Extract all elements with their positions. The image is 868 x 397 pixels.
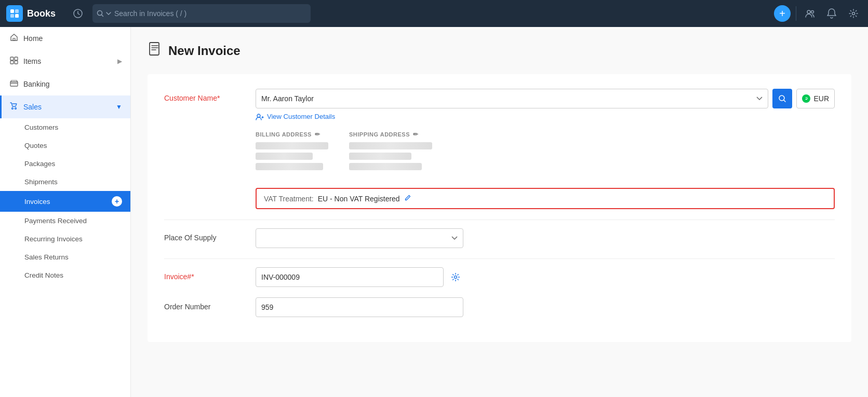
credit-notes-label: Credit Notes <box>24 271 63 279</box>
currency-label: EUR <box>813 94 829 103</box>
svg-rect-9 <box>13 38 15 40</box>
place-of-supply-select[interactable] <box>256 228 463 248</box>
shipping-address-line-2 <box>349 153 411 160</box>
invoices-label: Invoices <box>24 198 50 206</box>
divider-1 <box>164 220 835 220</box>
svg-point-7 <box>811 11 814 13</box>
sidebar-sub-item-invoices[interactable]: Invoices + <box>0 191 130 212</box>
sidebar: Home Items ▶ Bankin <box>0 27 131 397</box>
customer-name-label: Customer Name* <box>164 89 247 102</box>
payments-received-label: Payments Received <box>24 217 87 225</box>
sidebar-sub-item-packages[interactable]: Packages <box>0 155 130 173</box>
billing-address-edit-icon[interactable]: ✏ <box>315 131 321 138</box>
packages-label: Packages <box>24 160 55 168</box>
invoices-add-button[interactable]: + <box>112 196 122 207</box>
banking-label: Banking <box>23 80 50 88</box>
sidebar-sub-item-credit-notes[interactable]: Credit Notes <box>0 266 130 284</box>
vat-treatment-label-spacer <box>164 184 247 189</box>
notifications-button[interactable] <box>823 5 840 22</box>
svg-rect-11 <box>15 57 18 60</box>
sidebar-sub-item-shipments[interactable]: Shipments <box>0 173 130 191</box>
svg-point-16 <box>15 108 17 109</box>
svg-rect-2 <box>10 14 14 18</box>
users-icon-button[interactable] <box>802 5 818 22</box>
svg-point-15 <box>12 108 14 109</box>
svg-rect-17 <box>150 43 159 55</box>
customer-search-button[interactable] <box>772 89 792 108</box>
addresses-label-spacer <box>164 131 247 136</box>
vat-value: EU - Non VAT Registered <box>318 195 400 203</box>
shipping-address-line-1 <box>349 142 432 149</box>
sidebar-item-home[interactable]: Home <box>0 27 130 50</box>
new-item-button[interactable]: + <box>774 5 791 22</box>
billing-address-line-3 <box>256 163 323 170</box>
items-icon <box>10 56 18 66</box>
vat-treatment-row: VAT Treatment: EU - Non VAT Registered <box>164 184 835 209</box>
form-section: Customer Name* Mr. Aaron Taylor <box>148 74 851 342</box>
invoice-number-input[interactable] <box>256 267 444 287</box>
shipping-address-label: SHIPPING ADDRESS <box>349 131 410 138</box>
order-number-label: Order Number <box>164 297 247 311</box>
settings-button[interactable] <box>845 5 862 22</box>
logo-area: Books <box>6 5 63 22</box>
customer-select[interactable]: Mr. Aaron Taylor <box>256 89 768 108</box>
sidebar-sub-item-quotes[interactable]: Quotes <box>0 136 130 155</box>
svg-rect-10 <box>10 57 14 60</box>
nav-right: + <box>774 5 862 22</box>
sidebar-item-sales[interactable]: Sales ▼ <box>0 95 130 118</box>
vat-edit-icon[interactable] <box>404 194 411 203</box>
body-layout: Home Items ▶ Bankin <box>0 27 868 397</box>
billing-address-label-row: BILLING ADDRESS ✏ <box>256 131 328 138</box>
billing-address-line-2 <box>256 153 313 160</box>
sales-icon <box>10 102 18 112</box>
sidebar-sub-item-payments-received[interactable]: Payments Received <box>0 212 130 230</box>
vat-treatment-box[interactable]: VAT Treatment: EU - Non VAT Registered <box>256 188 835 209</box>
svg-rect-14 <box>10 82 18 86</box>
sidebar-sub-item-sales-returns[interactable]: Sales Returns <box>0 248 130 266</box>
invoice-number-row: Invoice#* <box>164 267 835 287</box>
svg-rect-3 <box>15 14 19 18</box>
invoice-settings-button[interactable] <box>448 269 463 285</box>
sidebar-sub-item-recurring-invoices[interactable]: Recurring Invoices <box>0 230 130 248</box>
sidebar-sub: Customers Quotes Packages Shipments Invo… <box>0 118 130 284</box>
view-customer-text: View Customer Details <box>267 113 335 120</box>
sales-arrow: ▼ <box>116 103 122 111</box>
billing-address-block: BILLING ADDRESS ✏ <box>256 131 328 173</box>
home-icon <box>10 33 18 44</box>
page-icon <box>148 42 162 60</box>
svg-point-21 <box>455 276 457 279</box>
order-number-input[interactable] <box>256 297 463 317</box>
sales-returns-label: Sales Returns <box>24 253 69 261</box>
currency-badge[interactable]: EUR <box>796 89 835 108</box>
vat-label: VAT Treatment: <box>264 195 314 203</box>
billing-address-line-1 <box>256 142 328 149</box>
shipping-address-block: SHIPPING ADDRESS ✏ <box>349 131 432 173</box>
search-dropdown-btn[interactable] <box>97 10 111 17</box>
logo-icon <box>6 5 23 22</box>
topnav: Books + <box>0 0 868 27</box>
shipping-address-edit-icon[interactable]: ✏ <box>413 131 419 138</box>
search-box <box>92 4 311 23</box>
customer-name-row: Customer Name* Mr. Aaron Taylor <box>164 89 835 120</box>
banking-icon <box>10 79 18 89</box>
main-content: New Invoice Customer Name* Mr. Aaron Tay… <box>131 27 868 397</box>
sidebar-item-banking[interactable]: Banking <box>0 73 130 95</box>
invoice-input-row <box>256 267 463 287</box>
search-input[interactable] <box>114 9 306 18</box>
billing-address-label: BILLING ADDRESS <box>256 131 312 138</box>
svg-point-6 <box>807 10 810 13</box>
view-customer-link[interactable]: View Customer Details <box>256 113 835 120</box>
items-arrow: ▶ <box>117 58 122 65</box>
sidebar-item-items[interactable]: Items ▶ <box>0 50 130 73</box>
addresses-row: BILLING ADDRESS ✏ SHIPPING ADDRESS ✏ <box>164 131 835 173</box>
svg-rect-12 <box>10 61 14 64</box>
clock-button[interactable] <box>70 5 86 22</box>
customers-label: Customers <box>24 124 58 131</box>
currency-icon <box>802 94 810 103</box>
shipping-address-line-3 <box>349 163 422 170</box>
home-label: Home <box>23 34 43 43</box>
place-of-supply-row: Place Of Supply <box>164 228 835 248</box>
page-title: New Invoice <box>168 44 241 58</box>
page-header: New Invoice <box>148 42 851 60</box>
sidebar-sub-item-customers[interactable]: Customers <box>0 118 130 136</box>
